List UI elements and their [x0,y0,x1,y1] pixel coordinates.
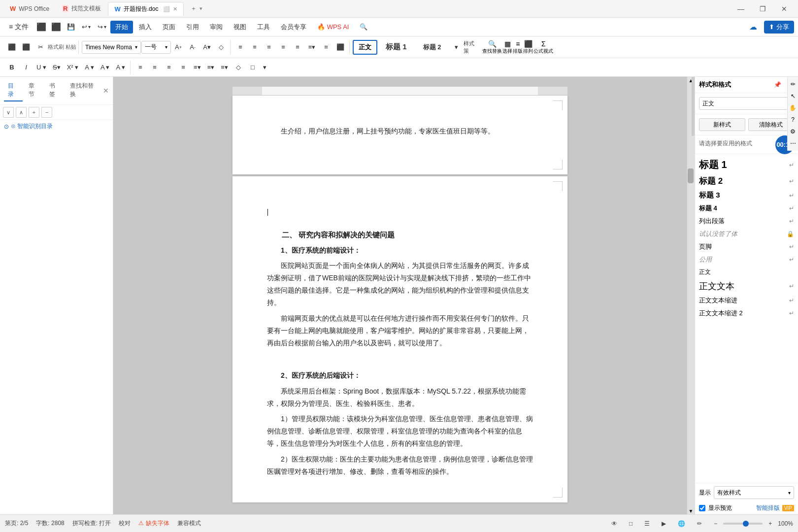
zoom-slider[interactable] [723,523,763,525]
menu-insert[interactable]: 插入 [134,21,157,33]
highlight-button[interactable]: A ▾ [98,61,113,74]
find-replace-button[interactable]: 🔍 查找替换 [482,40,502,55]
font-size-dropdown[interactable]: 一号 ▾ [141,41,171,54]
font-color-button[interactable]: A ▾ [82,61,97,74]
save-button[interactable]: 💾 [64,20,78,34]
section-heading[interactable]: 二、 研究内容和拟解决的关键问题 [267,228,533,241]
select-mode-icon[interactable]: ↖ [789,92,798,100]
menu-reference[interactable]: 引用 [181,21,204,33]
share-button[interactable]: ⬆ 分享 [764,21,794,33]
scroll-thumb[interactable] [688,168,694,183]
close-button[interactable]: ✕ [774,2,794,16]
more-format-button[interactable]: ▾ [260,61,269,74]
zoom-out-button[interactable]: − [710,519,721,528]
indent-less-button[interactable]: ≡▾ [191,61,204,74]
sidebar-tab-bookmark[interactable]: 书签 [45,80,64,101]
question-icon[interactable]: ? [789,115,798,124]
font-family-dropdown[interactable]: Times New Roma ▾ [82,41,141,54]
sidebar-close-button[interactable]: ✕ [103,87,109,95]
tab-close-icon[interactable]: ✕ [173,6,177,12]
scroll-down-button[interactable]: ▼ [688,507,695,514]
smart-grade-button[interactable]: 智能排版 VIP [756,504,794,512]
sort2-button[interactable]: ≡ 排版 [513,40,523,55]
style-panel-scrollbar[interactable] [692,77,695,136]
tab-dropdown-icon[interactable]: ▾ [200,5,202,12]
scrollbar[interactable]: ▲ ▼ [687,77,695,514]
ordered-list-button[interactable]: ≡ [248,40,262,54]
sort-button[interactable]: ≡ [319,40,333,54]
toc-remove-button[interactable]: − [41,107,52,118]
style-item-heading2[interactable]: 标题 2 ↵ [695,173,798,189]
font-size-decrease-button[interactable]: A- [186,40,200,54]
style-item-trial[interactable]: 试认没答了体 🔒 [695,228,798,240]
border-text-button[interactable]: A ▾ [113,61,128,74]
add-tab-button[interactable]: ＋ ▾ [185,2,208,16]
align-left2-button[interactable]: ≡ [133,61,147,74]
style-item-common[interactable]: 公用 ↵ [695,253,798,266]
more-icon[interactable]: ⋯ [789,139,798,148]
justify2-button[interactable]: ≡ [176,61,190,74]
indent-more-button[interactable]: ≡▾ [204,61,218,74]
superscript-button[interactable]: X² ▾ [64,61,82,74]
style-item-body-indent[interactable]: 正文文本缩进 ↵ [695,294,798,307]
read-view-button[interactable]: ▶ [658,519,670,528]
menu-review[interactable]: 审阅 [205,21,228,33]
web-view-button[interactable]: 🌐 [674,519,689,528]
menu-member[interactable]: 会员专享 [276,21,311,33]
cloud-button[interactable]: ☁ [746,20,760,34]
style-heading2-button[interactable]: 标题 2 [415,40,449,55]
missing-font[interactable]: ⚠ 缺失字体 [138,519,169,528]
tab-doc[interactable]: W 开题报告.doc ⬜ ✕ [108,2,184,16]
eye-view-button[interactable]: 👁 [607,519,621,528]
redo-button[interactable]: ↪▾ [95,20,109,34]
bold-button[interactable]: B [5,61,19,74]
style-item-caption[interactable]: 页脚 ↵ [695,240,798,253]
unordered-list-button[interactable]: ≡ [233,40,247,54]
cut-button[interactable]: ✂ [33,40,47,54]
new-style-button[interactable]: 新样式 [699,118,745,131]
menu-tools[interactable]: 工具 [252,21,275,33]
proofread[interactable]: 校对 [119,519,131,528]
toolbar-icon2[interactable]: ⬛ [49,20,63,34]
current-style-box[interactable]: 正文 [353,40,377,55]
style-item-body-label[interactable]: 正文 [695,266,798,278]
style-dropdown[interactable]: 正文 ▾ [699,97,794,110]
style-heading1-button[interactable]: 标题 1 [378,40,415,55]
sidebar-tab-find-replace[interactable]: 查找和替换 [66,80,101,101]
restore-button[interactable]: ❐ [753,2,772,16]
style-item-body-big[interactable]: 正文文本 ↵ [695,278,798,294]
italic-button[interactable]: I [19,61,33,74]
menu-wps-ai[interactable]: 🔥 WPS AI [312,21,354,33]
hand-mode-icon[interactable]: ✋ [789,103,798,112]
tab-find-template[interactable]: R 找范文模板 [56,2,107,16]
edit-view-button[interactable]: ✏ [693,519,706,528]
style-options-button[interactable]: 样式策 [464,40,477,54]
menu-page[interactable]: 页面 [158,21,180,33]
minimize-button[interactable]: — [731,2,751,16]
paste-button[interactable]: ⬛ [19,40,33,54]
menu-view[interactable]: 视图 [229,21,251,33]
sidebar-tab-toc[interactable]: 目录 [4,80,23,101]
paragraph-spacing-button[interactable]: ≡▾ [218,61,231,74]
show-preview-checkbox[interactable] [699,505,705,511]
sidebar-tab-chapter[interactable]: 章节 [25,80,43,101]
show-option-dropdown[interactable]: 有效样式 ▾ [714,486,794,499]
toc-add-button[interactable]: + [29,107,39,118]
pin-icon[interactable]: 📌 [772,80,782,90]
menu-start[interactable]: 开始 [110,21,133,33]
menu-search[interactable]: 🔍 [355,21,372,33]
zoom-in-button[interactable]: + [765,519,776,528]
spell-check[interactable]: 拼写检查: 打开 [72,519,111,528]
shading-button[interactable]: ◇ [232,61,245,74]
undo-button[interactable]: ↩▾ [79,20,94,34]
format-paint-button[interactable]: ⬛ [5,40,19,54]
edit-mode-icon[interactable]: ✏ [789,80,798,89]
underline-button[interactable]: U ▾ [33,61,49,74]
style-item-heading3[interactable]: 标题 3 ↵ [695,189,798,202]
select-button[interactable]: ▦ 选择 [502,40,512,55]
toolbar-icon1[interactable]: ⬛ [34,20,48,34]
menu-file[interactable]: ≡ 文件 [4,21,33,33]
align-right2-button[interactable]: ≡ [162,61,176,74]
style-item-heading1[interactable]: 标题 1 ↵ [695,156,798,173]
clear-format-button[interactable]: ◇ [214,40,228,54]
